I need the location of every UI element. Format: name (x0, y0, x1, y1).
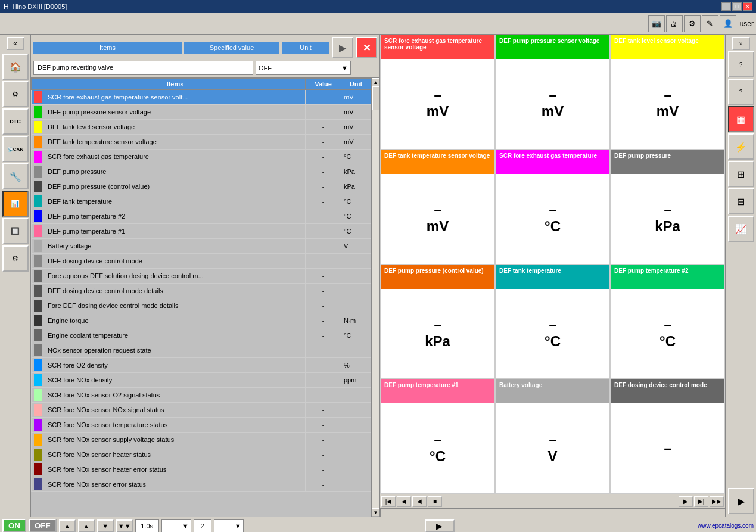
table-row[interactable]: SCR fore exhaust gas temperature - °C (32, 150, 371, 164)
row-unit-cell (341, 388, 371, 403)
table-row[interactable]: DEF pump temperature #1 - °C (32, 224, 371, 239)
grid-cell-unit: kPa (425, 333, 450, 350)
data-table: Items Value Unit SCR fore exhaust gas te… (31, 78, 371, 492)
table-row[interactable]: DEF pump pressure (control value) - kPa (32, 179, 371, 194)
maximize-button[interactable]: □ (732, 2, 742, 11)
row-value-cell: - (306, 358, 341, 373)
table-row[interactable]: SCR fore NOx sensor supply voltage statu… (32, 433, 371, 447)
grid-nav-first[interactable]: |◀ (381, 496, 396, 507)
sidebar-item-can[interactable]: 📡CAN (2, 136, 29, 162)
row-value-cell: - (306, 269, 341, 284)
rs-unknown1[interactable]: ? (728, 51, 754, 77)
right-sidebar-expand[interactable]: » (732, 37, 750, 50)
table-row[interactable]: SCR fore NOx sensor heater status - (32, 447, 371, 462)
current-item-value-dropdown[interactable]: OFF ▼ (256, 61, 351, 75)
interval-dropdown[interactable]: ▼ (161, 519, 191, 533)
table-row[interactable]: DEF pump pressure - kPa (32, 164, 371, 179)
table-row[interactable]: SCR fore NOx sensor temperature status - (32, 418, 371, 433)
row-unit-cell: mV (341, 135, 371, 150)
sidebar-item-system[interactable]: ⚙ (2, 81, 29, 107)
rs-table-view[interactable]: ⊟ (728, 188, 754, 214)
close-red-button[interactable]: ✕ (356, 37, 377, 58)
value-col-header: Value (306, 79, 341, 90)
sidebar-item-chip[interactable]: 🔲 (2, 218, 29, 244)
table-row[interactable]: Engine coolant temperature - °C (32, 328, 371, 343)
rs-play-right[interactable]: ▶ (728, 488, 754, 514)
row-name-cell: Fore aqueous DEF solution dosing device … (45, 269, 306, 284)
sidebar-item-active-test[interactable]: 📊 (2, 191, 29, 217)
close-button[interactable]: ✕ (743, 2, 752, 11)
grid-nav-next2[interactable]: ▶| (694, 496, 708, 507)
play-button[interactable]: ▶ (332, 37, 353, 58)
table-row[interactable]: SCR fore NOx sensor error status - (32, 477, 371, 492)
scroll-up[interactable]: ▲ (372, 78, 380, 86)
rs-chart-view[interactable]: 📈 (728, 216, 754, 242)
table-row[interactable]: SCR fore NOx density - ppm (32, 373, 371, 388)
grid-nav-prev2[interactable]: ◀ (412, 496, 427, 507)
grid-cell-value: – kPa (381, 289, 494, 379)
sidebar-item-dtc[interactable]: DTC (2, 108, 29, 135)
table-scrollbar[interactable]: ▲ ▼ (371, 78, 379, 517)
table-row[interactable]: Fore DEF dosing device control mode deta… (32, 298, 371, 313)
row-value-cell: - (306, 179, 341, 194)
grid-nav-stop[interactable]: ■ (428, 496, 442, 507)
row-color-cell (32, 150, 45, 164)
rs-unknown2[interactable]: ? (728, 79, 754, 105)
sidebar-item-tools[interactable]: 🔧 (2, 163, 29, 189)
screenshot-icon[interactable]: 📷 (648, 15, 665, 32)
title-bar: H Hino DXIII [D0005] — □ ✕ (0, 0, 756, 13)
sidebar-item-home[interactable]: 🏠 (2, 54, 29, 80)
print-icon[interactable]: 🖨 (666, 15, 683, 32)
bottom-play-button[interactable]: ▶ (425, 519, 455, 533)
settings-icon[interactable]: ⚙ (684, 15, 701, 32)
arrow-up1[interactable]: ▲ (59, 519, 76, 533)
table-row[interactable]: DEF tank temperature sensor voltage - mV (32, 135, 371, 150)
user-icon[interactable]: 👤 (720, 15, 736, 32)
interval-field[interactable]: 1.0s (135, 519, 159, 533)
grid-cell-dash: – (434, 203, 441, 218)
rs-grid-view[interactable]: ▦ (728, 106, 754, 132)
row-name-cell: SCR fore exhaust gas temperature sensor … (45, 90, 306, 105)
table-row[interactable]: Battery voltage - V (32, 239, 371, 254)
table-row[interactable]: NOx sensor operation request state - (32, 343, 371, 358)
grid-cell: Battery voltage – V (495, 379, 610, 494)
grid-nav-prev[interactable]: ◀ (397, 496, 411, 507)
count-field[interactable]: 2 (194, 519, 211, 533)
table-row[interactable]: DEF dosing device control mode - (32, 254, 371, 269)
grid-cell-value: – kPa (611, 174, 724, 264)
scroll-track[interactable] (372, 86, 379, 508)
grid-scrollbar[interactable] (380, 508, 725, 517)
table-row[interactable]: DEF pump temperature #2 - °C (32, 209, 371, 224)
rs-expand-view[interactable]: ⊞ (728, 161, 754, 187)
table-row[interactable]: SCR fore O2 density - % (32, 358, 371, 373)
table-row[interactable]: DEF dosing device control mode details - (32, 284, 371, 298)
table-row[interactable]: SCR fore NOx sensor NOx signal status - (32, 403, 371, 418)
table-row[interactable]: SCR fore NOx sensor heater error status … (32, 462, 371, 477)
scroll-thumb[interactable] (372, 86, 379, 110)
off-button[interactable]: OFF (29, 519, 57, 532)
table-row[interactable]: SCR fore exhaust gas temperature sensor … (32, 90, 371, 105)
table-row[interactable]: DEF pump pressure sensor voltage - mV (32, 105, 371, 120)
table-row[interactable]: SCR fore NOx sensor O2 signal status - (32, 388, 371, 403)
table-row[interactable]: Fore aqueous DEF solution dosing device … (32, 269, 371, 284)
grid-nav-next[interactable]: ▶ (679, 496, 693, 507)
grid-nav-last[interactable]: ▶▶ (710, 496, 724, 507)
table-row[interactable]: DEF tank temperature - °C (32, 194, 371, 209)
row-value-cell: - (306, 194, 341, 209)
grid-cell: DEF pump temperature #1 – °C (380, 379, 495, 494)
minimize-button[interactable]: — (721, 2, 731, 11)
arrow-up2[interactable]: ▲ (78, 519, 95, 533)
on-button[interactable]: ON (2, 519, 26, 532)
table-row[interactable]: Engine torque - N·m (32, 313, 371, 328)
data-table-scroll[interactable]: Items Value Unit SCR fore exhaust gas te… (31, 78, 371, 517)
edit-icon[interactable]: ✎ (702, 15, 718, 32)
scroll-down[interactable]: ▼ (372, 508, 380, 517)
rs-flash[interactable]: ⚡ (728, 133, 754, 160)
count-dropdown[interactable]: ▼ (214, 519, 244, 533)
arrow-down1[interactable]: ▼ (97, 519, 114, 533)
left-sidebar-collapse[interactable]: « (7, 37, 24, 50)
arrow-down2[interactable]: ▼▼ (116, 519, 133, 533)
table-row[interactable]: DEF tank level sensor voltage - mV (32, 120, 371, 135)
sidebar-item-settings2[interactable]: ⚙ (2, 245, 29, 272)
row-color-cell (32, 343, 45, 358)
